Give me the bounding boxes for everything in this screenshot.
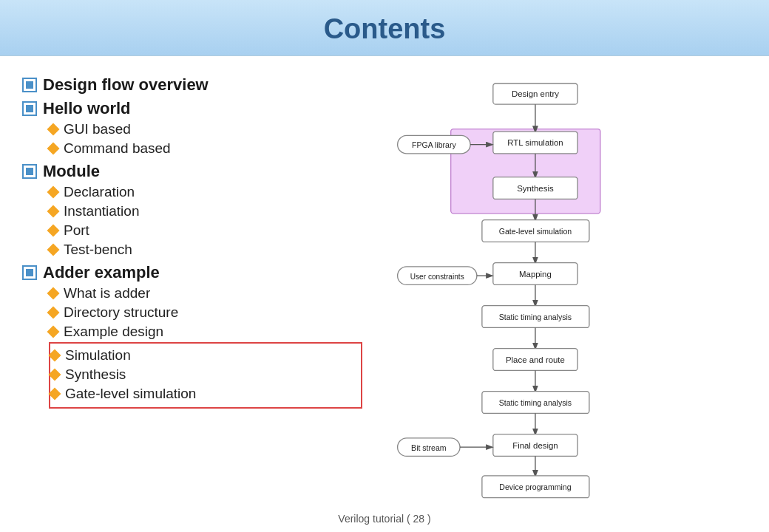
toc-main-design-flow: Design flow overview [22,75,362,95]
flow-diagram: Design entry RTL simulation FPGA library… [377,78,747,510]
page-header: Contents [0,0,769,56]
node-fpga-lib: FPGA library [412,140,456,149]
list-item: Instantiation [49,202,362,220]
toc-label-module: Module [43,162,100,181]
toc-main-module: Module [22,162,362,181]
diamond-icon [49,349,61,362]
toc-sub-label: Directory structure [64,304,178,321]
diamond-icon [47,307,60,319]
toc-sub-label: Gate-level simulation [65,386,196,402]
bullet-icon [22,101,37,116]
toc-sub-label: Instantiation [64,203,139,219]
list-item: Port [49,222,362,239]
diamond-icon [47,205,60,218]
diamond-icon [47,244,60,256]
node-sta1: Static timing analysis [499,313,572,321]
page-title: Contents [0,13,769,45]
node-sta2: Static timing analysis [499,398,572,407]
diamond-icon [47,225,60,237]
footer-text: Verilog tutorial ( 28 ) [338,513,430,525]
highlight-box: Simulation Synthesis Gate-level simulati… [49,342,362,409]
toc-section-4: Adder example What is adder Directory st… [22,263,362,409]
bullet-icon [22,78,37,92]
toc-sub-label: Command based [64,140,171,157]
diamond-icon [47,326,60,338]
diamond-icon [49,388,61,400]
toc-sub-label: Declaration [64,184,135,200]
list-item: Simulation [50,347,355,364]
list-item: What is adder [49,284,362,302]
toc-label-adder: Adder example [43,263,160,282]
toc-sub-label: Simulation [65,347,131,364]
toc-section-2: Hello world GUI based Command based [22,99,362,157]
list-item: GUI based [49,120,362,138]
diamond-icon [47,287,60,300]
diamond-icon [49,369,61,381]
node-gate-sim: Gate-level simulation [499,227,572,236]
node-design-entry: Design entry [512,89,559,98]
toc-label-design-flow: Design flow overview [43,75,209,95]
toc-sub-label: Port [64,222,89,239]
toc-label-hello-world: Hello world [43,99,131,118]
diamond-icon [47,143,60,155]
toc-sub-module: Declaration Instantiation Port Test-benc… [49,183,362,259]
list-item: Command based [49,140,362,157]
list-item: Synthesis [50,366,355,383]
node-device-prog: Device programming [499,482,571,491]
table-of-contents: Design flow overview Hello world GUI bas… [22,71,362,510]
toc-sub-adder: What is adder Directory structure Exampl… [49,284,362,409]
node-mapping: Mapping [519,270,552,279]
node-user-constraints: User constraints [410,273,464,281]
diamond-icon [47,123,60,136]
node-bit-stream: Bit stream [411,443,447,452]
bullet-icon [22,265,37,280]
toc-sub-label: Example design [64,324,163,340]
toc-sub-label: Synthesis [65,366,126,383]
node-rtl-sim: RTL simulation [507,138,563,147]
node-synthesis: Synthesis [517,184,554,193]
list-item: Test-bench [49,241,362,259]
toc-section-3: Module Declaration Instantiation Port T [22,162,362,259]
toc-sub-label: GUI based [64,121,131,137]
bullet-icon [22,164,37,179]
toc-sub-hello-world: GUI based Command based [49,120,362,157]
main-content: Design flow overview Hello world GUI bas… [0,56,769,517]
diamond-icon [47,186,60,199]
toc-sub-label: Test-bench [64,242,132,258]
list-item: Declaration [49,183,362,201]
list-item: Gate-level simulation [50,385,355,403]
node-final-design: Final design [512,441,558,450]
footer: Verilog tutorial ( 28 ) [0,513,769,525]
list-item: Example design [49,323,362,341]
toc-sub-label: What is adder [64,285,150,301]
toc-main-adder: Adder example [22,263,362,282]
list-item: Directory structure [49,304,362,321]
diagram-svg: Design entry RTL simulation FPGA library… [377,78,629,507]
toc-main-hello-world: Hello world [22,99,362,118]
node-place-route: Place and route [506,355,565,364]
toc-section-1: Design flow overview [22,75,362,95]
